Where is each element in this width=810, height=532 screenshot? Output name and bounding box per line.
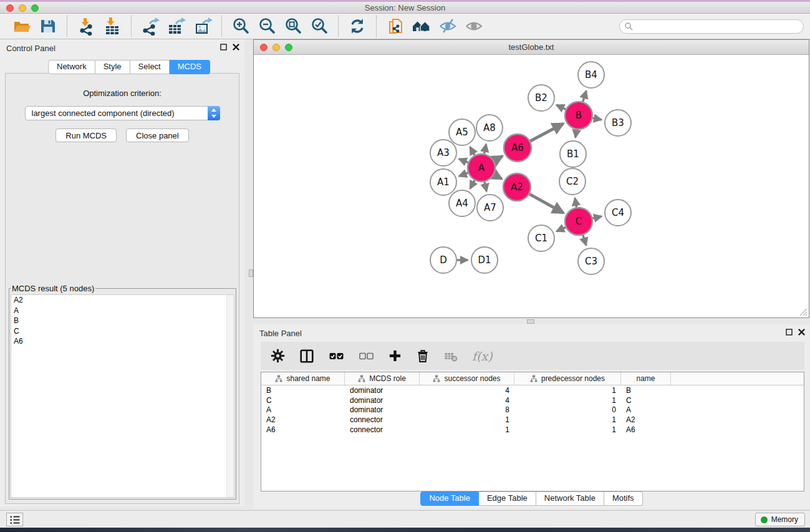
tab-edge-table[interactable]: Edge Table	[479, 491, 536, 506]
column-header-predecessor-nodes[interactable]: predecessor nodes	[514, 372, 621, 385]
table-cell[interactable]: A6	[621, 425, 671, 434]
tab-select[interactable]: Select	[130, 60, 170, 74]
zoom-in-button[interactable]	[229, 16, 252, 37]
graph-node-A7[interactable]: A7	[477, 195, 503, 221]
graph-node-C[interactable]: C	[565, 208, 592, 235]
column-header-mcds-role[interactable]: MCDS role	[345, 372, 420, 385]
table-cell[interactable]: dominator	[345, 396, 420, 405]
table-row[interactable]: Cdominator41C	[261, 395, 804, 405]
hide-graphics-details-button[interactable]	[436, 16, 459, 37]
zoom-fit-button[interactable]	[282, 16, 304, 37]
edge-A-A6[interactable]	[494, 157, 502, 161]
task-history-button[interactable]	[6, 513, 23, 526]
mcds-result-item[interactable]: B	[11, 316, 234, 326]
node-table[interactable]: shared nameMCDS rolesuccessor nodesprede…	[261, 372, 804, 491]
table-cell[interactable]: A2	[621, 415, 671, 424]
graph-node-A1[interactable]: A1	[430, 169, 456, 195]
tab-mcds[interactable]: MCDS	[170, 60, 210, 74]
table-cell[interactable]: 4	[420, 396, 514, 405]
table-cell[interactable]: connector	[345, 415, 420, 424]
network-canvas[interactable]: B4B2BB3A8A5A6A3B1AA1C2A2A4A7C4CC1C3DD1	[254, 55, 809, 317]
save-session-button[interactable]	[37, 16, 59, 37]
resize-grip-icon[interactable]	[798, 307, 808, 317]
table-row[interactable]: A2connector11A2	[261, 415, 804, 425]
edge-A2-C[interactable]	[529, 194, 563, 213]
apply-function-button[interactable]: f(x)	[472, 349, 493, 363]
edge-A-A4[interactable]	[470, 180, 475, 188]
graph-node-B[interactable]: B	[565, 102, 592, 129]
tab-style[interactable]: Style	[95, 60, 130, 74]
table-cell[interactable]: C	[261, 396, 345, 405]
graph-node-A5[interactable]: A5	[449, 119, 475, 145]
column-header-name[interactable]: name	[621, 372, 671, 385]
table-cell[interactable]: A2	[261, 415, 345, 424]
mcds-result-item[interactable]: A2	[11, 295, 234, 306]
table-row[interactable]: Adominator80A	[261, 405, 804, 415]
tab-node-table[interactable]: Node Table	[420, 491, 479, 506]
refresh-button[interactable]	[346, 16, 369, 37]
edge-C-C2[interactable]	[575, 198, 576, 208]
edge-B-B3[interactable]	[593, 118, 602, 120]
edge-B-B4[interactable]	[583, 91, 586, 102]
column-header-shared-name[interactable]: shared name	[261, 372, 345, 385]
graph-node-B2[interactable]: B2	[528, 85, 554, 111]
mcds-result-list[interactable]: A2ABCA6	[11, 294, 234, 498]
table-cell[interactable]: A6	[261, 425, 345, 434]
table-cell[interactable]: 0	[514, 405, 621, 414]
show-home-button[interactable]	[410, 16, 433, 37]
table-cell[interactable]: A	[261, 405, 345, 414]
table-cell[interactable]: 1	[514, 386, 621, 395]
mcds-result-item[interactable]: A	[11, 306, 234, 316]
add-column-button[interactable]	[388, 349, 402, 362]
zoom-out-button[interactable]	[256, 16, 278, 37]
edge-C-C4[interactable]	[592, 216, 601, 218]
edge-A-A5[interactable]	[470, 147, 475, 155]
graph-node-C2[interactable]: C2	[559, 168, 586, 195]
table-cell[interactable]: B	[261, 386, 345, 395]
tab-network[interactable]: Network	[48, 60, 95, 74]
edge-A-A1[interactable]	[459, 173, 468, 176]
column-header-successor-nodes[interactable]: successor nodes	[420, 372, 514, 385]
table-cell[interactable]: A	[621, 405, 671, 414]
graph-node-A4[interactable]: A4	[449, 190, 475, 216]
deselect-all-rows-button[interactable]	[359, 351, 374, 362]
criterion-dropdown[interactable]: largest connected component (directed)	[25, 106, 220, 120]
tab-motifs[interactable]: Motifs	[604, 491, 643, 506]
mcds-result-item[interactable]: A6	[11, 336, 234, 347]
import-table-button[interactable]	[101, 16, 123, 37]
select-all-rows-button[interactable]	[329, 351, 344, 362]
edge-B-B1[interactable]	[576, 130, 577, 138]
graph-node-A6[interactable]: A6	[504, 134, 531, 162]
new-session-from-button[interactable]	[384, 16, 407, 37]
graph-node-D[interactable]: D	[430, 247, 456, 273]
show-graphics-details-button[interactable]	[463, 16, 485, 37]
network-graph[interactable]: B4B2BB3A8A5A6A3B1AA1C2A2A4A7C4CC1C3DD1	[254, 55, 809, 317]
network-window-titlebar[interactable]: testGlobe.txt	[254, 40, 809, 55]
graph-node-A2[interactable]: A2	[503, 173, 531, 201]
table-cell[interactable]: 1	[514, 396, 621, 405]
graph-node-B3[interactable]: B3	[605, 110, 631, 136]
graph-node-B4[interactable]: B4	[578, 62, 604, 88]
graph-node-B1[interactable]: B1	[560, 141, 586, 167]
run-mcds-button[interactable]: Run MCDS	[55, 128, 117, 142]
table-row[interactable]: Bdominator41B	[261, 385, 804, 395]
zoom-selected-button[interactable]	[308, 16, 330, 37]
mcds-result-item[interactable]: C	[11, 326, 234, 337]
edge-C-C3[interactable]	[583, 235, 586, 245]
edge-B-B2[interactable]	[556, 105, 566, 109]
table-cell[interactable]: dominator	[345, 386, 420, 395]
open-file-button[interactable]	[11, 16, 33, 37]
import-network-button[interactable]	[75, 16, 97, 37]
search-field[interactable]	[619, 19, 804, 34]
edge-C-C1[interactable]	[557, 227, 566, 231]
export-network-button[interactable]	[139, 16, 162, 37]
table-cell[interactable]: 8	[420, 405, 514, 414]
graph-node-C4[interactable]: C4	[605, 200, 631, 226]
table-cell[interactable]: 1	[514, 425, 621, 434]
table-cell[interactable]: C	[621, 396, 671, 405]
graph-node-A[interactable]: A	[468, 154, 495, 181]
tab-network-table[interactable]: Network Table	[536, 491, 604, 506]
table-cell[interactable]: 1	[420, 425, 514, 434]
export-table-button[interactable]	[165, 16, 188, 37]
table-row[interactable]: A6connector11A6	[261, 425, 804, 435]
